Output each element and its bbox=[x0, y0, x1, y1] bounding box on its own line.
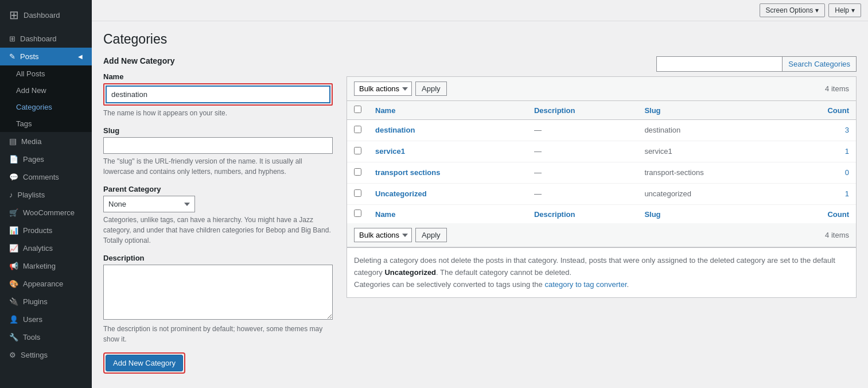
add-button-wrapper: Add New Category bbox=[103, 352, 185, 374]
name-input[interactable] bbox=[106, 86, 330, 103]
pages-icon: 📄 bbox=[9, 155, 18, 164]
help-button[interactable]: Help ▾ bbox=[828, 3, 861, 17]
slug-input[interactable] bbox=[103, 137, 333, 154]
row-desc-cell-2: — bbox=[527, 162, 637, 184]
media-icon: ▤ bbox=[9, 137, 17, 146]
sidebar-appearance-label: Appearance bbox=[23, 280, 63, 288]
select-all-bottom-checkbox[interactable] bbox=[354, 209, 361, 217]
settings-icon: ⚙ bbox=[9, 351, 16, 359]
description-label: Description bbox=[103, 254, 333, 262]
top-bulk-actions-select[interactable]: Bulk actions bbox=[354, 82, 412, 96]
products-icon: 📊 bbox=[9, 226, 18, 235]
tfoot-description[interactable]: Description bbox=[527, 205, 637, 224]
row-checkbox-2[interactable] bbox=[354, 168, 361, 176]
parent-category-select[interactable]: None bbox=[103, 196, 195, 212]
name-field-wrapper bbox=[103, 83, 333, 106]
tfoot-checkbox bbox=[347, 205, 368, 224]
bottom-bulk-actions-select[interactable]: Bulk actions bbox=[354, 228, 412, 242]
sidebar-item-playlists[interactable]: ♪ Playlists bbox=[0, 186, 92, 204]
sidebar-plugins-label: Plugins bbox=[23, 297, 48, 306]
description-textarea[interactable] bbox=[103, 265, 333, 320]
sidebar-users-label: Users bbox=[23, 315, 42, 324]
sidebar-item-settings[interactable]: ⚙ Settings bbox=[0, 346, 92, 364]
row-checkbox-cell bbox=[347, 184, 368, 205]
item-count: 4 items bbox=[825, 84, 849, 93]
search-categories-button[interactable]: Search Categories bbox=[783, 56, 857, 72]
row-checkbox-1[interactable] bbox=[354, 147, 361, 154]
parent-hint: Categories, unlike tags, can have a hier… bbox=[103, 215, 333, 246]
page-title: Categories bbox=[103, 32, 857, 47]
name-hint: The name is how it appears on your site. bbox=[103, 108, 333, 118]
sidebar-item-add-new[interactable]: Add New bbox=[0, 82, 92, 99]
parent-category-field-group: Parent Category None Categories, unlike … bbox=[103, 185, 333, 246]
add-new-category-button[interactable]: Add New Category bbox=[106, 355, 183, 371]
th-description[interactable]: Description bbox=[527, 101, 637, 120]
category-link-1[interactable]: service1 bbox=[375, 147, 405, 156]
sidebar-item-dashboard[interactable]: ⊞ Dashboard bbox=[0, 30, 92, 48]
sidebar-item-products[interactable]: 📊 Products bbox=[0, 222, 92, 239]
search-categories-input[interactable] bbox=[656, 56, 783, 72]
sidebar-media-label: Media bbox=[21, 137, 41, 146]
main-area: Screen Options ▾ Help ▾ Categories Add N… bbox=[92, 0, 868, 388]
tools-icon: 🔧 bbox=[9, 333, 18, 342]
sidebar-logo-label: Dashboard bbox=[24, 11, 60, 20]
dashboard-icon: ⊞ bbox=[9, 34, 15, 43]
category-link-0[interactable]: destination bbox=[375, 126, 415, 134]
row-name-cell-0: destination bbox=[368, 120, 527, 141]
categories-table: Name Description Slug Count destination … bbox=[347, 101, 856, 223]
posts-arrow-icon: ◀ bbox=[78, 53, 83, 60]
th-name[interactable]: Name bbox=[368, 101, 527, 120]
row-count-cell-2: 0 bbox=[785, 162, 856, 184]
footer-note-text1: Deleting a category does not delete the … bbox=[354, 255, 849, 279]
category-link-3[interactable]: Uncategorized bbox=[375, 189, 427, 198]
sidebar-item-analytics[interactable]: 📈 Analytics bbox=[0, 239, 92, 257]
sidebar-item-tags[interactable]: Tags bbox=[0, 115, 92, 132]
table-section: Search Categories Bulk actions Apply 4 i… bbox=[347, 56, 857, 298]
row-desc-cell-0: — bbox=[527, 120, 637, 141]
th-slug[interactable]: Slug bbox=[637, 101, 785, 120]
select-all-checkbox[interactable] bbox=[354, 106, 361, 113]
tfoot-count[interactable]: Count bbox=[785, 205, 856, 224]
row-checkbox-0[interactable] bbox=[354, 126, 361, 133]
description-field-group: Description The description is not promi… bbox=[103, 254, 333, 344]
sidebar-item-marketing[interactable]: 📢 Marketing bbox=[0, 257, 92, 275]
row-checkbox-3[interactable] bbox=[354, 189, 361, 197]
sidebar-products-label: Products bbox=[23, 226, 52, 235]
sidebar-item-media[interactable]: ▤ Media bbox=[0, 132, 92, 150]
th-checkbox bbox=[347, 101, 368, 120]
slug-hint: The "slug" is the URL-friendly version o… bbox=[103, 156, 333, 177]
table-header-row: Name Description Slug Count bbox=[347, 101, 856, 120]
th-count[interactable]: Count bbox=[785, 101, 856, 120]
sidebar-item-plugins[interactable]: 🔌 Plugins bbox=[0, 293, 92, 311]
sidebar-item-woocommerce[interactable]: 🛒 WooCommerce bbox=[0, 204, 92, 222]
row-desc-cell-1: — bbox=[527, 141, 637, 162]
sidebar-item-comments[interactable]: 💬 Comments bbox=[0, 168, 92, 186]
screen-options-button[interactable]: Screen Options ▾ bbox=[760, 3, 826, 17]
sidebar-item-pages[interactable]: 📄 Pages bbox=[0, 150, 92, 168]
footer-note: Deleting a category does not delete the … bbox=[347, 247, 856, 297]
screen-options-label: Screen Options bbox=[766, 6, 813, 14]
top-apply-button[interactable]: Apply bbox=[415, 82, 447, 96]
sidebar-woocommerce-label: WooCommerce bbox=[23, 208, 75, 217]
content-layout: Add New Category Name The name is how it… bbox=[103, 56, 857, 374]
tfoot-name[interactable]: Name bbox=[368, 205, 527, 224]
sidebar-item-tools[interactable]: 🔧 Tools bbox=[0, 328, 92, 346]
sidebar-item-all-posts[interactable]: All Posts bbox=[0, 65, 92, 82]
sidebar-logo[interactable]: ⊞ Dashboard bbox=[0, 0, 92, 30]
sidebar-settings-label: Settings bbox=[21, 351, 48, 359]
bottom-apply-button[interactable]: Apply bbox=[415, 228, 447, 242]
sidebar-tools-label: Tools bbox=[23, 333, 40, 342]
row-checkbox-cell bbox=[347, 120, 368, 141]
posts-submenu: All Posts Add New Categories Tags bbox=[0, 65, 92, 132]
users-icon: 👤 bbox=[9, 315, 18, 324]
category-to-tag-converter-link[interactable]: category to tag converter bbox=[544, 280, 626, 289]
tfoot-slug[interactable]: Slug bbox=[637, 205, 785, 224]
description-hint: The description is not prominent by defa… bbox=[103, 324, 333, 344]
category-link-2[interactable]: transport sections bbox=[375, 168, 440, 177]
sidebar-item-categories[interactable]: Categories bbox=[0, 99, 92, 115]
sidebar-item-appearance[interactable]: 🎨 Appearance bbox=[0, 275, 92, 293]
sidebar-item-users[interactable]: 👤 Users bbox=[0, 311, 92, 328]
sidebar-item-posts[interactable]: ✎ Posts ◀ bbox=[0, 48, 92, 65]
row-desc-cell-3: — bbox=[527, 184, 637, 205]
search-bar: Search Categories bbox=[347, 56, 857, 72]
